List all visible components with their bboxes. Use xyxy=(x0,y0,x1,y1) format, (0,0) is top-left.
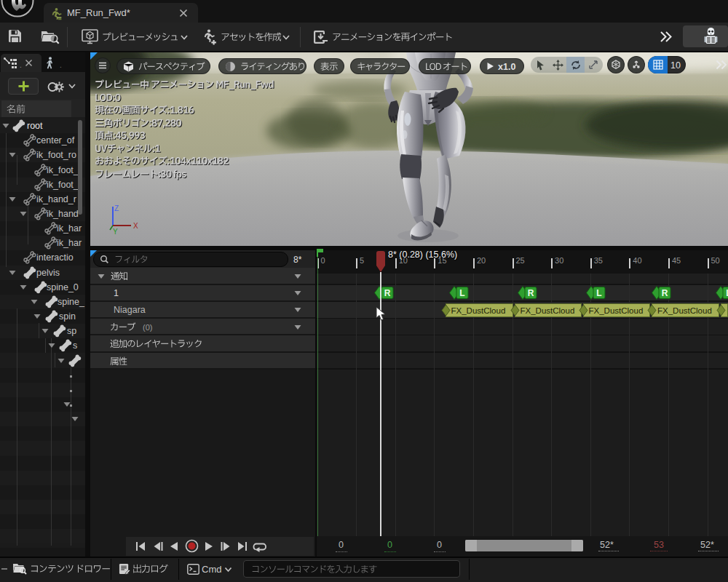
svg-text:R: R xyxy=(384,288,391,298)
svg-text:Y: Y xyxy=(113,228,118,236)
svg-text:L: L xyxy=(596,288,601,298)
svg-text:R: R xyxy=(528,288,534,298)
svg-text:L: L xyxy=(459,288,464,298)
svg-text:Z: Z xyxy=(114,204,119,212)
svg-text:X: X xyxy=(133,222,138,230)
svg-text:R: R xyxy=(662,288,668,298)
